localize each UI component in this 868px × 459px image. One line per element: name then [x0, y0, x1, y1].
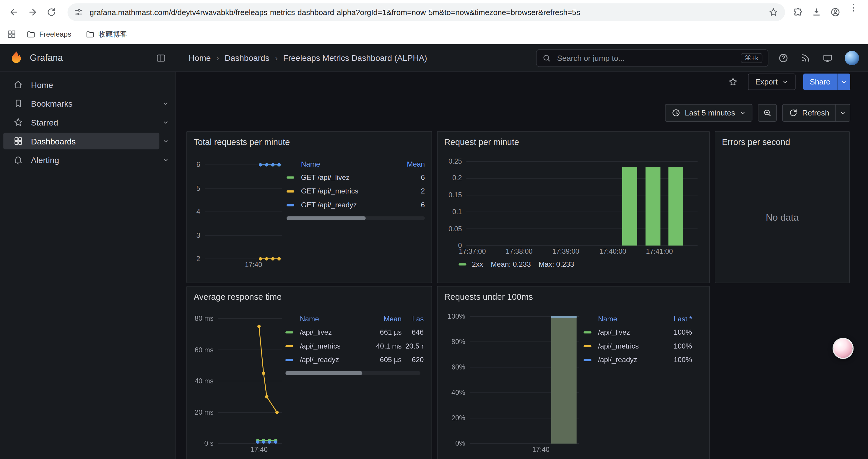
x-axis-ticks: 17:40 — [205, 259, 282, 269]
folder-icon — [27, 30, 35, 38]
legend-col-mean[interactable]: Mean — [370, 315, 402, 323]
url-input[interactable] — [89, 7, 769, 17]
legend-row[interactable]: /api/_metrics 40.1 ms 20.5 r — [285, 339, 424, 353]
legend-row[interactable]: /api/_livez 100% — [584, 325, 692, 339]
star-icon — [728, 77, 738, 87]
sidebar-item-home[interactable]: Home — [0, 75, 176, 94]
reload-button[interactable] — [42, 3, 61, 22]
floating-assistant-avatar[interactable] — [833, 338, 854, 359]
panel-header[interactable]: Errors per second — [715, 132, 849, 153]
bookmark-icon — [13, 98, 23, 108]
favorite-star-button[interactable] — [726, 75, 740, 89]
url-bar[interactable] — [67, 3, 785, 21]
dashboard-header-actions: Export Share — [176, 72, 868, 92]
y-axis-ticks: 100%80%60%40%20%0% — [443, 313, 465, 447]
breadcrumb-dashboards[interactable]: Dashboards — [224, 53, 269, 63]
share-menu-button[interactable] — [837, 73, 850, 90]
legend-row[interactable]: GET /api/_livez 6 — [286, 170, 425, 184]
legend-col-name[interactable]: Name — [301, 160, 403, 168]
refresh-interval-button[interactable] — [836, 104, 850, 122]
legend-row[interactable]: GET /api/_readyz 6 — [286, 198, 425, 212]
downloads-icon[interactable] — [812, 7, 822, 17]
kiosk-monitor-icon[interactable] — [823, 53, 833, 63]
bookmark-folder-freeleaps[interactable]: Freeleaps — [22, 28, 75, 41]
news-rss-icon[interactable] — [801, 53, 811, 63]
bar-chart[interactable] — [470, 316, 579, 444]
share-button[interactable]: Share — [803, 73, 837, 90]
line-chart[interactable] — [218, 319, 282, 444]
apps-grid-icon[interactable] — [6, 29, 17, 39]
forward-button[interactable] — [23, 3, 42, 22]
time-range-picker[interactable]: Last 5 minutes — [665, 104, 752, 122]
chevron-down-icon[interactable] — [163, 138, 169, 144]
sidebar-item-alerting[interactable]: Alerting — [0, 150, 176, 169]
panel-header[interactable]: Request per minute — [438, 132, 709, 153]
zoom-out-button[interactable] — [758, 104, 777, 122]
profile-icon[interactable] — [831, 7, 840, 17]
series-swatch — [285, 331, 293, 333]
y-axis-ticks: 65432 — [191, 162, 200, 262]
bookmark-star-icon[interactable] — [769, 7, 778, 17]
legend-row[interactable]: /api/_readyz 100% — [584, 353, 692, 367]
series-legend[interactable]: 2xx Mean: 0.233 Max: 0.233 — [459, 260, 701, 268]
legend-col-last[interactable]: Las — [402, 315, 424, 323]
chevron-down-icon[interactable] — [163, 157, 169, 163]
series-name[interactable]: 2xx — [472, 260, 483, 268]
panel-header[interactable]: Total requests per minute — [187, 132, 432, 153]
grafana-topnav: Grafana Home › Dashboards › Freeleaps Me… — [0, 44, 868, 72]
legend-row[interactable]: GET /api/_metrics 2 — [286, 184, 425, 198]
no-data-message: No data — [715, 153, 849, 283]
search-box[interactable]: ⌘+k — [536, 49, 768, 67]
legend-table: Name Mean Las /api/_livez 661 µs 646 — [285, 312, 424, 459]
search-input[interactable] — [556, 53, 741, 63]
sidebar-item-label: Bookmarks — [31, 99, 72, 108]
scrollbar-thumb[interactable] — [286, 216, 366, 220]
help-icon[interactable] — [778, 53, 788, 63]
topnav-icons — [778, 51, 859, 65]
chevron-down-icon — [841, 79, 847, 85]
star-icon — [13, 117, 23, 127]
breadcrumb-home[interactable]: Home — [189, 53, 211, 63]
scrollbar-thumb[interactable] — [285, 371, 362, 375]
sidebar-item-dashboards[interactable]: Dashboards — [0, 132, 176, 151]
legend-scrollbar[interactable] — [285, 371, 421, 375]
panel-title[interactable]: Total requests per minute — [193, 137, 290, 147]
chevron-down-icon[interactable] — [163, 119, 169, 126]
grafana-logo-icon[interactable] — [9, 50, 24, 65]
refresh-split-button: Refresh — [782, 104, 850, 122]
legend-col-mean[interactable]: Mean — [403, 160, 425, 168]
back-button[interactable] — [4, 3, 23, 22]
panel-title[interactable]: Errors per second — [722, 137, 790, 147]
bookmark-folder-blogs[interactable]: 收藏博客 — [81, 27, 131, 41]
legend-row[interactable]: /api/_readyz 605 µs 620 — [285, 353, 424, 367]
sidebar-item-bookmarks[interactable]: Bookmarks — [0, 94, 176, 113]
legend-row[interactable]: /api/_metrics 100% — [584, 339, 692, 353]
export-button[interactable]: Export — [748, 73, 795, 90]
line-chart[interactable] — [205, 165, 282, 259]
legend-col-name[interactable]: Name — [300, 315, 370, 323]
browser-menu-icon[interactable]: ⋮ — [849, 3, 858, 21]
panel-header[interactable]: Average response time — [187, 287, 432, 307]
bar-chart[interactable] — [466, 162, 698, 246]
legend-col-name[interactable]: Name — [598, 315, 665, 323]
extensions-icon[interactable] — [793, 7, 803, 17]
panel-title[interactable]: Average response time — [193, 292, 282, 302]
dashboard-content: Export Share Last — [176, 72, 868, 459]
x-axis-ticks: 17:37:0017:38:0017:39:0017:40:0017:41:00 — [466, 245, 698, 256]
legend-col-last[interactable]: Last * — [665, 315, 692, 323]
legend-row[interactable]: /api/_livez 661 µs 646 — [285, 325, 424, 339]
panel-avg-response-time: Average response time 80 ms60 ms40 ms20 … — [186, 286, 432, 459]
sidebar-item-starred[interactable]: Starred — [0, 113, 176, 132]
panel-title[interactable]: Request per minute — [444, 137, 519, 147]
legend-scrollbar[interactable] — [286, 216, 425, 220]
site-settings-icon[interactable] — [74, 8, 83, 17]
panel-header[interactable]: Requests under 100ms — [438, 287, 709, 307]
refresh-button[interactable]: Refresh — [782, 104, 836, 122]
sidebar-item-label: Starred — [31, 118, 58, 127]
sidebar-collapse-button[interactable] — [154, 51, 168, 65]
panel-title[interactable]: Requests under 100ms — [444, 292, 533, 302]
chevron-down-icon[interactable] — [163, 100, 169, 107]
brand-name[interactable]: Grafana — [30, 53, 154, 63]
user-avatar[interactable] — [845, 51, 859, 65]
series-swatch — [286, 204, 294, 206]
